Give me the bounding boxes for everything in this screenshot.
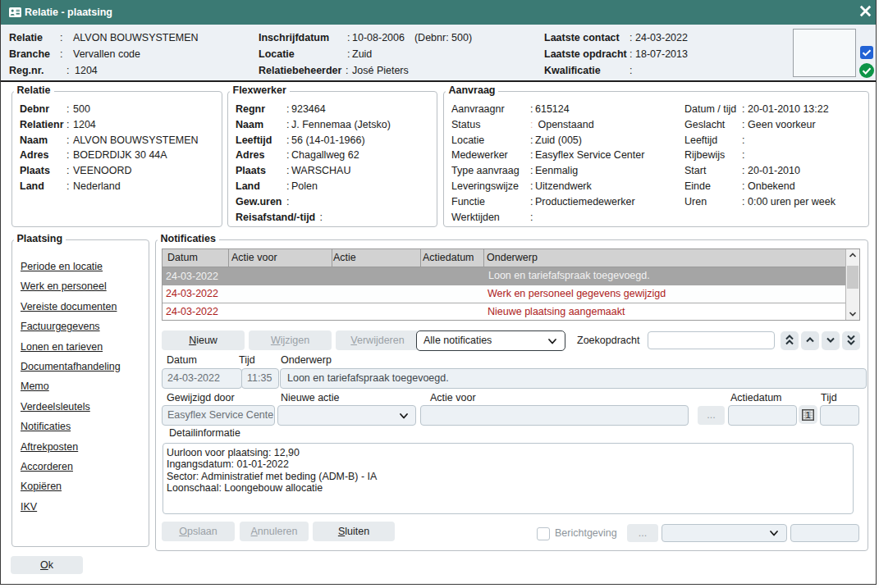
- svg-text:1: 1: [806, 410, 811, 419]
